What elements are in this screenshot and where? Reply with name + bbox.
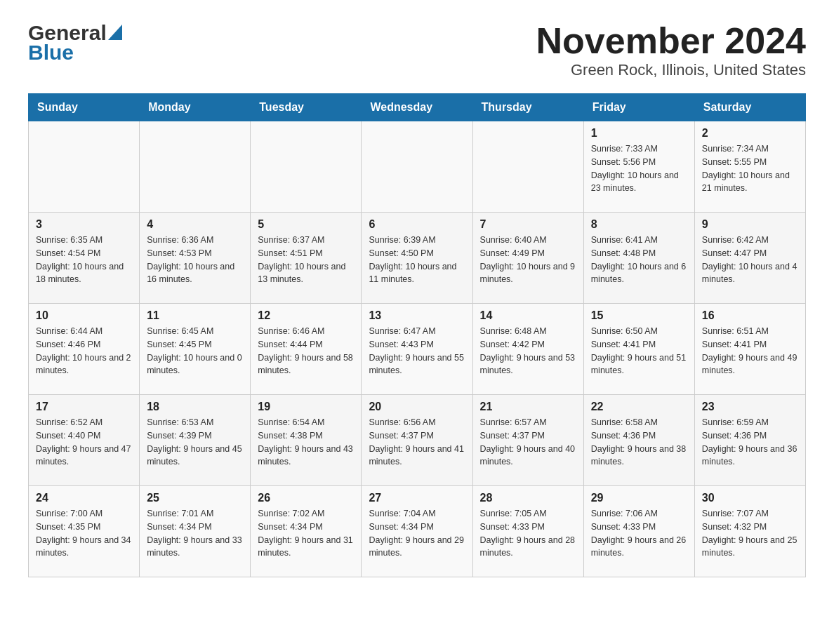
- table-row: 17Sunrise: 6:52 AMSunset: 4:40 PMDayligh…: [29, 395, 140, 486]
- calendar-header-row: Sunday Monday Tuesday Wednesday Thursday…: [29, 94, 806, 121]
- day-number: 24: [36, 492, 132, 504]
- table-row: [140, 121, 251, 213]
- table-row: 7Sunrise: 6:40 AMSunset: 4:49 PMDaylight…: [472, 213, 583, 304]
- day-info: Sunrise: 7:05 AMSunset: 4:33 PMDaylight:…: [480, 507, 576, 560]
- day-number: 17: [36, 401, 132, 413]
- day-info: Sunrise: 7:33 AMSunset: 5:56 PMDaylight:…: [591, 142, 687, 195]
- day-info: Sunrise: 6:42 AMSunset: 4:47 PMDaylight:…: [702, 234, 798, 286]
- day-number: 13: [369, 309, 465, 322]
- calendar-table: Sunday Monday Tuesday Wednesday Thursday…: [28, 93, 806, 577]
- day-number: 26: [258, 492, 354, 504]
- day-number: 8: [591, 218, 687, 231]
- day-info: Sunrise: 6:40 AMSunset: 4:49 PMDaylight:…: [480, 234, 576, 286]
- day-number: 4: [147, 218, 243, 231]
- table-row: 9Sunrise: 6:42 AMSunset: 4:47 PMDaylight…: [694, 213, 805, 304]
- day-info: Sunrise: 6:52 AMSunset: 4:40 PMDaylight:…: [36, 416, 132, 469]
- day-info: Sunrise: 6:46 AMSunset: 4:44 PMDaylight:…: [258, 325, 354, 377]
- day-number: 11: [147, 309, 243, 322]
- table-row: 25Sunrise: 7:01 AMSunset: 4:34 PMDayligh…: [140, 486, 251, 577]
- table-row: 8Sunrise: 6:41 AMSunset: 4:48 PMDaylight…: [583, 213, 694, 304]
- day-number: 25: [147, 492, 243, 504]
- table-row: 2Sunrise: 7:34 AMSunset: 5:55 PMDaylight…: [694, 121, 805, 213]
- day-number: 21: [480, 401, 576, 413]
- calendar-week-row: 1Sunrise: 7:33 AMSunset: 5:56 PMDaylight…: [29, 121, 806, 213]
- table-row: 5Sunrise: 6:37 AMSunset: 4:51 PMDaylight…: [251, 213, 362, 304]
- day-info: Sunrise: 6:56 AMSunset: 4:37 PMDaylight:…: [369, 416, 465, 469]
- day-info: Sunrise: 7:01 AMSunset: 4:34 PMDaylight:…: [147, 507, 243, 560]
- day-info: Sunrise: 7:02 AMSunset: 4:34 PMDaylight:…: [258, 507, 354, 560]
- header-tuesday: Tuesday: [251, 94, 362, 121]
- day-info: Sunrise: 6:37 AMSunset: 4:51 PMDaylight:…: [258, 234, 354, 286]
- day-info: Sunrise: 7:04 AMSunset: 4:34 PMDaylight:…: [369, 507, 465, 560]
- table-row: 15Sunrise: 6:50 AMSunset: 4:41 PMDayligh…: [583, 304, 694, 395]
- header-monday: Monday: [140, 94, 251, 121]
- day-number: 29: [591, 492, 687, 504]
- table-row: 20Sunrise: 6:56 AMSunset: 4:37 PMDayligh…: [362, 395, 472, 486]
- table-row: 19Sunrise: 6:54 AMSunset: 4:38 PMDayligh…: [251, 395, 362, 486]
- logo-blue-text: Blue: [28, 41, 74, 65]
- day-info: Sunrise: 6:57 AMSunset: 4:37 PMDaylight:…: [480, 416, 576, 469]
- day-number: 28: [480, 492, 576, 504]
- day-info: Sunrise: 6:36 AMSunset: 4:53 PMDaylight:…: [147, 234, 243, 286]
- day-number: 23: [702, 401, 798, 413]
- day-info: Sunrise: 7:00 AMSunset: 4:35 PMDaylight:…: [36, 507, 132, 560]
- day-number: 3: [36, 218, 132, 231]
- calendar-week-row: 24Sunrise: 7:00 AMSunset: 4:35 PMDayligh…: [29, 486, 806, 577]
- svg-marker-0: [108, 25, 122, 40]
- day-info: Sunrise: 6:53 AMSunset: 4:39 PMDaylight:…: [147, 416, 243, 469]
- day-info: Sunrise: 6:50 AMSunset: 4:41 PMDaylight:…: [591, 325, 687, 377]
- day-number: 14: [480, 309, 576, 322]
- table-row: 21Sunrise: 6:57 AMSunset: 4:37 PMDayligh…: [472, 395, 583, 486]
- table-row: 28Sunrise: 7:05 AMSunset: 4:33 PMDayligh…: [472, 486, 583, 577]
- day-info: Sunrise: 6:41 AMSunset: 4:48 PMDaylight:…: [591, 234, 687, 286]
- day-number: 30: [702, 492, 798, 504]
- table-row: 27Sunrise: 7:04 AMSunset: 4:34 PMDayligh…: [362, 486, 472, 577]
- logo-triangle-icon: [108, 25, 122, 40]
- day-number: 1: [591, 127, 687, 140]
- table-row: 22Sunrise: 6:58 AMSunset: 4:36 PMDayligh…: [583, 395, 694, 486]
- day-info: Sunrise: 6:44 AMSunset: 4:46 PMDaylight:…: [36, 325, 132, 377]
- day-number: 10: [36, 309, 132, 322]
- header-thursday: Thursday: [472, 94, 583, 121]
- day-info: Sunrise: 7:06 AMSunset: 4:33 PMDaylight:…: [591, 507, 687, 560]
- day-number: 9: [702, 218, 798, 231]
- header-wednesday: Wednesday: [362, 94, 472, 121]
- logo: General Blue: [28, 21, 122, 65]
- day-number: 2: [702, 127, 798, 140]
- table-row: 6Sunrise: 6:39 AMSunset: 4:50 PMDaylight…: [362, 213, 472, 304]
- day-info: Sunrise: 6:59 AMSunset: 4:36 PMDaylight:…: [702, 416, 798, 469]
- table-row: 23Sunrise: 6:59 AMSunset: 4:36 PMDayligh…: [694, 395, 805, 486]
- table-row: 12Sunrise: 6:46 AMSunset: 4:44 PMDayligh…: [251, 304, 362, 395]
- calendar-week-row: 17Sunrise: 6:52 AMSunset: 4:40 PMDayligh…: [29, 395, 806, 486]
- table-row: 1Sunrise: 7:33 AMSunset: 5:56 PMDaylight…: [583, 121, 694, 213]
- day-info: Sunrise: 6:51 AMSunset: 4:41 PMDaylight:…: [702, 325, 798, 377]
- table-row: [29, 121, 140, 213]
- table-row: 18Sunrise: 6:53 AMSunset: 4:39 PMDayligh…: [140, 395, 251, 486]
- day-info: Sunrise: 6:35 AMSunset: 4:54 PMDaylight:…: [36, 234, 132, 286]
- day-number: 15: [591, 309, 687, 322]
- table-row: 26Sunrise: 7:02 AMSunset: 4:34 PMDayligh…: [251, 486, 362, 577]
- table-row: 10Sunrise: 6:44 AMSunset: 4:46 PMDayligh…: [29, 304, 140, 395]
- table-row: 16Sunrise: 6:51 AMSunset: 4:41 PMDayligh…: [694, 304, 805, 395]
- table-row: 24Sunrise: 7:00 AMSunset: 4:35 PMDayligh…: [29, 486, 140, 577]
- day-info: Sunrise: 6:58 AMSunset: 4:36 PMDaylight:…: [591, 416, 687, 469]
- table-row: [251, 121, 362, 213]
- table-row: 14Sunrise: 6:48 AMSunset: 4:42 PMDayligh…: [472, 304, 583, 395]
- header-saturday: Saturday: [694, 94, 805, 121]
- day-number: 18: [147, 401, 243, 413]
- day-number: 12: [258, 309, 354, 322]
- day-number: 22: [591, 401, 687, 413]
- calendar-subtitle: Green Rock, Illinois, United States: [536, 61, 806, 79]
- day-number: 20: [369, 401, 465, 413]
- day-number: 16: [702, 309, 798, 322]
- header-sunday: Sunday: [29, 94, 140, 121]
- calendar-title: November 2024: [536, 21, 806, 61]
- day-info: Sunrise: 7:34 AMSunset: 5:55 PMDaylight:…: [702, 142, 798, 195]
- day-number: 27: [369, 492, 465, 504]
- day-info: Sunrise: 7:07 AMSunset: 4:32 PMDaylight:…: [702, 507, 798, 560]
- day-number: 19: [258, 401, 354, 413]
- day-info: Sunrise: 6:47 AMSunset: 4:43 PMDaylight:…: [369, 325, 465, 377]
- calendar-week-row: 3Sunrise: 6:35 AMSunset: 4:54 PMDaylight…: [29, 213, 806, 304]
- table-row: [362, 121, 472, 213]
- table-row: 29Sunrise: 7:06 AMSunset: 4:33 PMDayligh…: [583, 486, 694, 577]
